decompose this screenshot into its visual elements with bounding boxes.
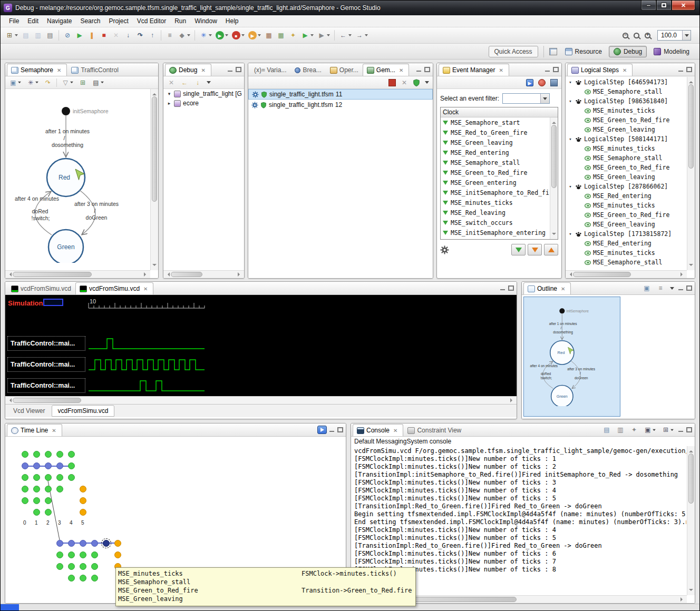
- toolbar-button[interactable]: [161, 30, 161, 41]
- combo-button[interactable]: [540, 94, 549, 103]
- tab-constraint-view[interactable]: Constraint View: [403, 424, 465, 436]
- maximize-view-icon[interactable]: [686, 285, 692, 291]
- print-diagram-button[interactable]: ▤: [90, 77, 106, 88]
- timeline-dot[interactable]: [80, 540, 86, 547]
- logical-step-row[interactable]: ▾ MSE_Green_leaving: [566, 172, 695, 182]
- logical-step-row[interactable]: ▾ MSE_Green_leaving: [566, 125, 695, 134]
- dispose-engine-button[interactable]: ✕: [399, 77, 410, 88]
- zoom-out-button[interactable]: −: [621, 31, 630, 40]
- maximize-view-icon[interactable]: [553, 67, 559, 72]
- logical-step-row[interactable]: ▾ MSE_minutes_ticks: [566, 144, 695, 153]
- gear-icon[interactable]: [440, 245, 449, 254]
- scrollbar-vertical[interactable]: [687, 77, 695, 270]
- initial-state-node[interactable]: [559, 308, 565, 313]
- clock-event-row[interactable]: MSE_Green_leaving: [441, 137, 558, 147]
- tree-expander[interactable]: ▾: [568, 80, 573, 85]
- display-console-button[interactable]: ▣: [642, 424, 658, 436]
- maximize-view-icon[interactable]: [424, 67, 430, 72]
- timeline-dot[interactable]: [91, 563, 98, 570]
- filter-button[interactable]: ▽: [60, 77, 75, 88]
- tab-vcd-active[interactable]: vcdFromSimu.vcd ✕: [75, 282, 153, 294]
- close-tab-icon[interactable]: ✕: [392, 427, 399, 434]
- clock-event-row[interactable]: MSE_Red_leaving: [441, 208, 558, 218]
- logical-step-row[interactable]: ▾ MSE_Red_entering: [566, 239, 695, 248]
- tab-logical-steps[interactable]: Logical Steps ✕: [567, 64, 633, 76]
- timeline-dot[interactable]: [56, 451, 63, 458]
- zoom-reset-button[interactable]: [632, 31, 641, 40]
- logical-step-row[interactable]: ▾ LogicalStep [1713815872]: [566, 229, 695, 239]
- timeline-dot[interactable]: [56, 563, 63, 570]
- play-timeline-button[interactable]: [317, 426, 327, 434]
- timeline-dot[interactable]: [45, 497, 52, 504]
- toolbar-button[interactable]: [247, 29, 262, 41]
- perspective-button[interactable]: Debug: [609, 46, 647, 57]
- tree-expander[interactable]: ▸: [167, 101, 172, 106]
- quick-access-field[interactable]: Quick Access: [489, 46, 538, 57]
- clock-column-header[interactable]: Clock: [441, 107, 558, 117]
- toolbar-button[interactable]: [147, 29, 158, 41]
- tab-gemoc[interactable]: Gem...✕: [363, 64, 409, 76]
- maximize-view-icon[interactable]: [686, 67, 692, 72]
- scrollbar-vertical[interactable]: [150, 89, 158, 270]
- clock-event-row[interactable]: MSE_Semaphore_stall: [441, 157, 558, 167]
- toolbar-button[interactable]: [74, 29, 85, 41]
- toolbar-button[interactable]: [275, 29, 287, 41]
- previous-frame-button[interactable]: ←: [179, 77, 190, 88]
- timeline-dot[interactable]: [80, 575, 86, 582]
- scrollbar-horizontal[interactable]: [163, 270, 244, 278]
- timeline-dot[interactable]: [33, 509, 40, 516]
- outline-thumbnail[interactable]: initSemaphore after 1 on minutes / dosom…: [523, 297, 620, 417]
- title-bar[interactable]: G Debug - melange:/resource/org.gemoc.sa…: [1, 1, 699, 15]
- clock-event-row[interactable]: MSE_Red_entering: [441, 147, 558, 157]
- toolbar-button[interactable]: [134, 29, 146, 41]
- toolbar-button[interactable]: [195, 30, 195, 41]
- pin-console-button[interactable]: ✦: [628, 424, 640, 436]
- timeline-dot[interactable]: [68, 551, 75, 558]
- maximize-button[interactable]: [656, 1, 672, 11]
- outline-tree-button[interactable]: ≡: [655, 282, 666, 294]
- statemachine-diagram[interactable]: initSemaphore after 1 on minutes / dosom…: [5, 89, 153, 263]
- toolbar-button[interactable]: [164, 29, 176, 41]
- switch-mode-button[interactable]: [411, 77, 422, 88]
- remove-launch-button[interactable]: ✕: [166, 77, 177, 88]
- toolbar-button[interactable]: [122, 29, 134, 41]
- timeline-dot[interactable]: [22, 474, 28, 481]
- timeline-dot[interactable]: [56, 551, 63, 558]
- timeline-dot[interactable]: [33, 462, 40, 469]
- minimize-view-icon[interactable]: [545, 67, 551, 72]
- timeline-dot[interactable]: [22, 497, 28, 504]
- statemachine-diagram[interactable]: initSemaphore after 1 on minutes / dosom…: [524, 297, 617, 406]
- logical-step-row[interactable]: ▾ MSE_Green_to_Red_fire: [566, 163, 695, 172]
- timeline-dot[interactable]: [68, 575, 75, 582]
- tab-event-manager[interactable]: Event Manager ✕: [439, 64, 509, 76]
- save-events-button[interactable]: [549, 77, 559, 88]
- view-menu-button[interactable]: [668, 285, 676, 291]
- timeline-dot[interactable]: [56, 462, 63, 469]
- transition-red-to-green[interactable]: [80, 190, 95, 234]
- tab-debug[interactable]: Debug ✕: [165, 64, 211, 76]
- tab-outline[interactable]: Outline ✕: [523, 282, 571, 294]
- logical-step-row[interactable]: ▾ MSE_Green_to_Red_fire: [566, 210, 695, 220]
- timeline-dot[interactable]: [45, 486, 52, 492]
- timeline-dot[interactable]: [45, 451, 52, 458]
- timeline-dot[interactable]: [68, 451, 75, 458]
- tree-expander[interactable]: ▾: [167, 91, 172, 96]
- toolbar-button[interactable]: [98, 29, 110, 41]
- close-tab-icon[interactable]: ✕: [497, 67, 504, 74]
- play-events-button[interactable]: ▶: [524, 77, 535, 88]
- toolbar-button[interactable]: [20, 29, 32, 41]
- toolbar-button[interactable]: [59, 30, 59, 41]
- logical-step-row[interactable]: ▾ MSE_Semaphore_stall: [566, 153, 695, 163]
- clock-event-row[interactable]: MSE_Red_to_Green_fire: [441, 127, 558, 137]
- diagram-canvas[interactable]: initSemaphore after 1 on minutes / dosom…: [5, 89, 158, 278]
- next-frame-button[interactable]: ↓: [192, 77, 203, 88]
- timeline-dot[interactable]: [56, 474, 63, 481]
- subtab-vcd-file[interactable]: vcdFromSimu.vcd: [52, 405, 114, 417]
- refresh-button[interactable]: ↷: [42, 77, 54, 88]
- toolbar-button[interactable]: [287, 29, 299, 41]
- tab-console[interactable]: Console ✕: [353, 424, 403, 436]
- open-console-button[interactable]: ⊞: [660, 424, 676, 436]
- timeline-dot[interactable]: [91, 551, 98, 558]
- timeline-dot[interactable]: [22, 451, 28, 458]
- engine-row[interactable]: single_traffic_light.tfsm 12: [248, 100, 433, 110]
